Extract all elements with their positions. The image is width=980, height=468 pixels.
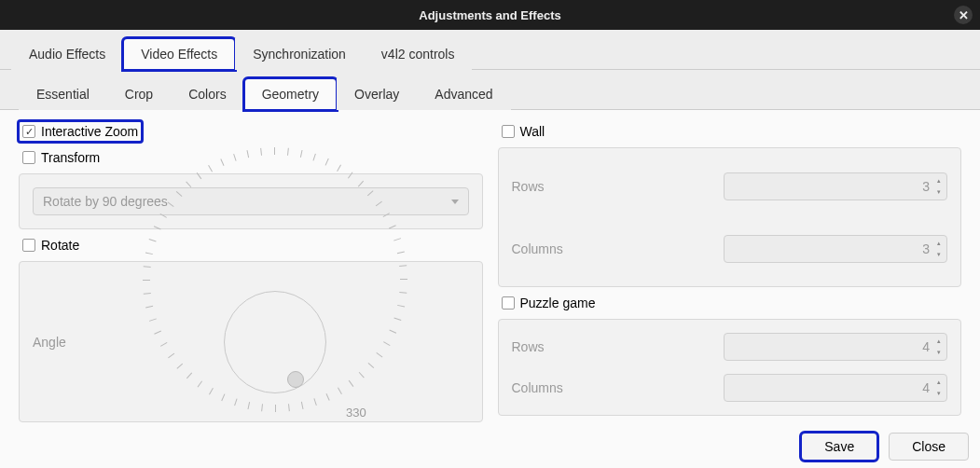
puzzle-rows-value: 4 [922, 339, 930, 354]
puzzle-checkbox[interactable] [502, 296, 515, 310]
top-tabs: Audio Effects Video Effects Synchronizat… [0, 30, 980, 70]
wall-label: Wall [520, 124, 545, 139]
transform-combo[interactable]: Rotate by 90 degrees [33, 187, 469, 215]
tab-geometry[interactable]: Geometry [244, 78, 337, 110]
wall-checkbox[interactable] [502, 125, 515, 138]
transform-row[interactable]: Transform [19, 147, 483, 168]
tab-colors[interactable]: Colors [171, 78, 243, 110]
interactive-zoom-row[interactable]: ✓ Interactive Zoom [19, 121, 142, 142]
puzzle-row[interactable]: Puzzle game [498, 293, 962, 313]
tab-v4l2-controls[interactable]: v4l2 controls [364, 38, 473, 70]
transform-checkbox[interactable] [22, 151, 35, 164]
step-down-icon[interactable]: ▾ [933, 347, 945, 358]
angle-label: Angle [33, 335, 66, 350]
puzzle-rows-label: Rows [512, 339, 545, 354]
interactive-zoom-checkbox[interactable]: ✓ [22, 125, 35, 138]
rotate-checkbox[interactable] [22, 239, 35, 252]
window-titlebar: Adjustments and Effects ✕ [0, 0, 980, 30]
step-down-icon[interactable]: ▾ [933, 388, 945, 399]
close-button[interactable]: Close [889, 433, 969, 461]
step-up-icon[interactable]: ▴ [933, 175, 945, 186]
puzzle-cols-label: Columns [512, 380, 563, 395]
angle-dial[interactable]: 330 [191, 272, 359, 412]
tab-video-effects[interactable]: Video Effects [123, 38, 235, 70]
wall-cols-value: 3 [922, 241, 930, 256]
tab-synchronization[interactable]: Synchronization [235, 38, 364, 70]
tab-essential[interactable]: Essential [19, 78, 107, 110]
wall-group: Rows 3 ▴▾ Columns 3 ▴▾ [498, 147, 962, 287]
step-down-icon[interactable]: ▾ [933, 186, 945, 198]
footer: Save Close [801, 433, 969, 461]
tab-crop[interactable]: Crop [107, 78, 171, 110]
puzzle-rows-input[interactable]: 4 ▴▾ [724, 333, 947, 361]
close-icon[interactable]: ✕ [954, 6, 973, 24]
puzzle-label: Puzzle game [520, 296, 596, 310]
step-up-icon[interactable]: ▴ [933, 377, 945, 388]
save-button[interactable]: Save [801, 433, 877, 461]
interactive-zoom-label: Interactive Zoom [41, 124, 138, 139]
transform-group: Rotate by 90 degrees [19, 173, 483, 229]
step-up-icon[interactable]: ▴ [933, 336, 945, 347]
puzzle-group: Rows 4 ▴▾ Columns 4 ▴▾ [498, 319, 962, 416]
step-up-icon[interactable]: ▴ [933, 238, 945, 249]
tab-advanced[interactable]: Advanced [417, 78, 510, 110]
window-title: Adjustments and Effects [419, 8, 560, 22]
rotate-row[interactable]: Rotate [19, 235, 483, 255]
puzzle-cols-input[interactable]: 4 ▴▾ [724, 374, 947, 402]
wall-row[interactable]: Wall [498, 121, 962, 142]
step-down-icon[interactable]: ▾ [933, 249, 945, 260]
left-column: ✓ Interactive Zoom Transform Rotate by 9… [19, 121, 483, 422]
sub-tabs: Essential Crop Colors Geometry Overlay A… [0, 70, 980, 110]
rotate-label: Rotate [41, 238, 79, 253]
angle-value: 330 [346, 406, 366, 420]
rotate-group: Angle 330 [19, 261, 483, 422]
tab-overlay[interactable]: Overlay [337, 78, 417, 110]
wall-rows-label: Rows [512, 179, 545, 194]
transform-combo-value: Rotate by 90 degrees [43, 194, 168, 209]
wall-cols-label: Columns [512, 241, 563, 256]
dial-knob-icon[interactable] [287, 371, 304, 388]
wall-cols-input[interactable]: 3 ▴▾ [724, 235, 947, 263]
wall-rows-input[interactable]: 3 ▴▾ [724, 172, 947, 200]
right-column: Wall Rows 3 ▴▾ Columns 3 ▴▾ Puzzle game [498, 121, 962, 422]
wall-rows-value: 3 [922, 179, 930, 194]
content-area: ✓ Interactive Zoom Transform Rotate by 9… [0, 110, 980, 422]
tab-audio-effects[interactable]: Audio Effects [11, 38, 123, 70]
puzzle-cols-value: 4 [922, 380, 930, 395]
transform-label: Transform [41, 150, 100, 165]
